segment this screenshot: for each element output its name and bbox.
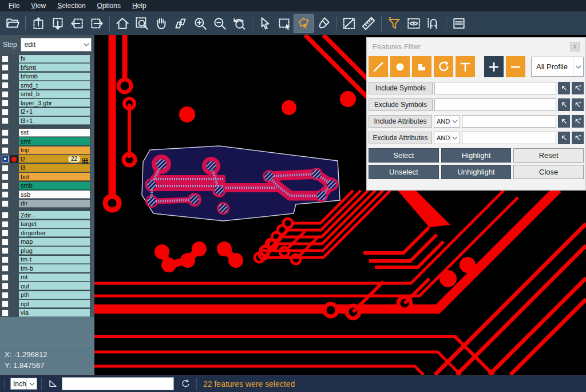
pick-add-from-canvas-icon[interactable] [572,82,584,94]
layer-list-scrollbar[interactable] [90,54,94,318]
layer-name-band[interactable]: dirgerber [19,229,90,237]
pick-add-from-canvas-icon[interactable] [572,132,584,144]
layer-row-smt[interactable]: smt [0,137,94,146]
layer-name-band[interactable]: via [19,309,90,317]
add-mode-button[interactable] [484,56,504,77]
highlight-button[interactable]: Highlight [441,148,512,163]
layer-row-plug[interactable]: plug [0,247,94,256]
chevron-down-icon[interactable] [26,378,37,389]
layer-name-band[interactable]: smb [19,182,90,190]
layers-panel-icon[interactable] [449,14,469,33]
layer-checkbox[interactable] [2,165,9,172]
zoom-window-icon[interactable] [132,14,152,33]
layer-checkbox[interactable] [2,292,9,299]
layer-row-smd_t[interactable]: smd_t [0,81,94,90]
pick-add-from-canvas-icon[interactable] [572,115,584,128]
chevron-down-icon[interactable] [81,38,91,51]
layer-name-band[interactable]: pth [19,291,90,299]
menu-view[interactable]: View [26,1,51,11]
layer-row-mt[interactable]: mt [0,273,94,282]
menu-options[interactable]: Options [92,1,126,11]
layer-name-band[interactable]: npt [19,300,90,308]
layer-name-band[interactable]: l3 [19,164,90,172]
menu-help[interactable]: Help [127,1,152,11]
layer-name-band[interactable]: top [19,146,90,155]
chevron-down-icon[interactable] [450,132,460,144]
layer-checkbox[interactable] [2,129,9,136]
layer-checkbox[interactable] [2,73,9,80]
layer-name-band[interactable]: out [19,282,90,290]
layer-name-band[interactable]: tm-b [19,264,90,272]
layer-name-band[interactable]: smd_t [19,81,90,89]
select-cursor-icon[interactable] [255,14,275,33]
layer-row-tm-t[interactable]: tm-t [0,255,94,264]
include-attributes-input[interactable] [462,115,556,128]
pan-hand-icon[interactable] [152,14,171,33]
include-attributes-button[interactable]: Include Attributes [369,115,432,128]
surface-tool-icon[interactable] [412,56,431,77]
layer-checkbox[interactable] [2,82,9,89]
home-view-icon[interactable] [113,14,132,33]
layer-row-bot[interactable]: bot [0,173,94,182]
zoom-previous-icon[interactable] [229,14,249,33]
layer-row-2dir--[interactable]: 2dir-- [0,211,94,220]
layer-checkbox[interactable] [2,64,9,71]
exclude-attributes-input[interactable] [462,132,556,144]
profile-dropdown[interactable]: All Profile [531,57,584,77]
layer-row-bfsmb[interactable]: bfsmb [0,72,94,81]
layer-name-band[interactable]: fx [19,55,90,63]
layer-name-band[interactable]: layer_3.gbr [19,99,90,107]
layer-row-fx[interactable]: fx [0,54,94,64]
layer-checkbox[interactable] [2,91,9,98]
select-button[interactable]: Select [369,148,439,163]
layer-checkbox[interactable] [2,274,9,281]
select-polygon-icon[interactable] [294,14,314,33]
layer-row-l3[interactable]: l3 [0,164,94,173]
layer-name-band[interactable]: bfsmt [19,64,90,72]
layer-checkbox[interactable] [2,173,9,180]
pick-from-canvas-icon[interactable] [558,98,570,111]
layer-name-band[interactable]: smt [19,137,90,145]
unit-dropdown[interactable]: Inch [10,378,37,390]
layer-row-l3+1[interactable]: l3+1 [0,117,94,126]
unhighlight-button[interactable]: Unhighlight [441,165,512,179]
command-input[interactable] [62,377,174,390]
snap-magnet-icon[interactable] [423,14,443,33]
exclude-attributes-button[interactable]: Exclude Attributes [369,132,432,144]
clear-brush-icon[interactable] [314,14,333,33]
layer-checkbox[interactable] [2,147,9,154]
pad-tool-icon[interactable] [390,56,410,77]
layer-name-band[interactable]: target [19,220,90,228]
features-filter-icon[interactable] [385,14,404,33]
layer-checkbox[interactable] [2,239,9,246]
layer-checkbox[interactable] [2,100,9,106]
open-file-icon[interactable] [3,14,22,33]
include-symbols-button[interactable]: Include Symbols [369,82,433,94]
arc-tool-icon[interactable] [434,56,453,77]
layer-checkbox[interactable] [2,138,9,145]
reset-button[interactable]: Reset [513,148,584,163]
measure-icon[interactable] [339,14,359,33]
layer-row-via[interactable]: via [0,308,94,318]
layer-row-dirgerber[interactable]: dirgerber [0,229,94,238]
include-symbols-input[interactable] [434,82,556,94]
layer-row-tm-b[interactable]: tm-b [0,264,94,274]
import-down-icon[interactable] [48,14,68,33]
view-box-icon[interactable] [404,14,423,33]
layer-checkbox[interactable] [2,256,9,263]
layer-checkbox[interactable] [2,56,9,62]
import-up-icon[interactable] [29,14,48,33]
layer-checkbox[interactable] [2,109,9,116]
exclude-symbols-input[interactable] [434,98,556,111]
remove-mode-button[interactable] [506,56,525,77]
layer-name-band[interactable]: tm-t [19,256,90,264]
dialog-titlebar[interactable]: Features Filter x [367,38,585,55]
menu-file[interactable]: File [3,1,25,11]
text-tool-icon[interactable] [456,56,475,77]
refresh-icon[interactable] [179,377,192,391]
layer-row-bfsmt[interactable]: bfsmt [0,64,94,73]
layer-row-l2+1[interactable]: l2+1 [0,108,94,117]
select-rectangle-icon[interactable] [275,14,294,33]
layer-row-pth[interactable]: pth [0,291,94,300]
layer-checkbox[interactable] [2,191,9,198]
